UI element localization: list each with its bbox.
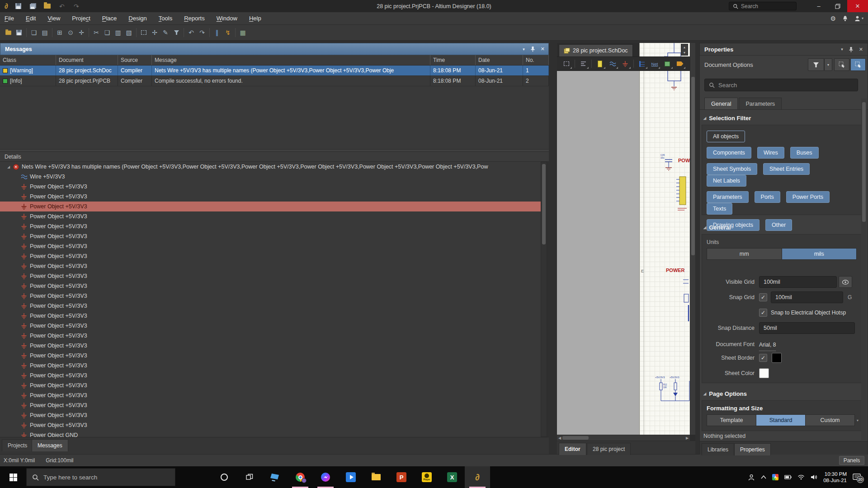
- details-item-row[interactable]: Power Object +5V/3V3: [0, 351, 541, 361]
- mode-custom-button[interactable]: Custom: [806, 415, 854, 426]
- editor-hscroll-thumb[interactable]: [562, 436, 589, 440]
- cross-probe-icon[interactable]: ✛: [76, 27, 87, 38]
- save-icon[interactable]: [14, 3, 23, 10]
- task-view-taskbar-icon[interactable]: [237, 466, 262, 488]
- wifi-icon[interactable]: [797, 474, 805, 480]
- settings-gear-icon[interactable]: ⚙: [830, 15, 836, 22]
- units-mils-button[interactable]: mils: [782, 249, 857, 259]
- edit-icon[interactable]: ✎: [160, 27, 171, 38]
- grid-settings-icon[interactable]: ▦: [237, 27, 248, 38]
- tab-messages[interactable]: Messages: [32, 439, 68, 451]
- selection-tool[interactable]: [561, 58, 572, 69]
- panels-button[interactable]: Panels: [839, 456, 864, 465]
- cortana-taskbar-icon[interactable]: [212, 466, 237, 488]
- titlebar-search-input[interactable]: Search: [729, 2, 797, 10]
- editor-canvas-background[interactable]: [557, 71, 639, 435]
- place-wire-tool[interactable]: [607, 58, 618, 69]
- details-item-row[interactable]: Power Object +5V/3V3: [0, 400, 541, 410]
- panel-close-icon[interactable]: ✕: [541, 46, 545, 52]
- battery-icon[interactable]: [784, 475, 792, 479]
- editor-vscroll-thumb[interactable]: [691, 77, 695, 255]
- snap-hotspot-checkbox[interactable]: ✓: [759, 309, 767, 317]
- details-scrollbar[interactable]: [541, 162, 547, 437]
- snap-grid-checkbox[interactable]: ✓: [759, 293, 767, 301]
- place-power-port-tool[interactable]: [619, 58, 631, 69]
- altium-taskbar-icon[interactable]: ∂: [465, 466, 490, 488]
- mode-template-button[interactable]: Template: [707, 415, 756, 426]
- undo-icon[interactable]: ↶: [186, 27, 197, 38]
- message-row[interactable]: [Info]28 pic project.PrjPCBCompilerCompi…: [0, 76, 549, 86]
- filter-parameters-button[interactable]: Parameters: [707, 191, 749, 203]
- snap-grid-input[interactable]: 100mil: [771, 291, 843, 303]
- close-button[interactable]: ✕: [847, 0, 868, 12]
- redo-icon[interactable]: ↷: [197, 27, 208, 38]
- panel-pin-icon[interactable]: [530, 46, 535, 52]
- tree-collapse-icon[interactable]: ◢: [5, 165, 12, 169]
- tab-libraries[interactable]: Libraries: [702, 443, 734, 455]
- details-item-row[interactable]: Power Object +5V/3V3: [0, 251, 541, 261]
- details-item-row[interactable]: Power Object +5V/3V3: [0, 192, 541, 202]
- open-folder-icon[interactable]: [43, 3, 52, 10]
- select-outside-button[interactable]: [834, 58, 849, 71]
- editor-vertical-scrollbar[interactable]: [690, 43, 695, 435]
- menu-tools[interactable]: Tools: [159, 15, 172, 22]
- copy-document-icon[interactable]: ❏: [28, 27, 39, 38]
- details-item-row[interactable]: Power Object +5V/3V3: [0, 261, 541, 271]
- properties-dropdown-icon[interactable]: ▾: [841, 47, 843, 52]
- properties-scrollbar-thumb[interactable]: [862, 102, 866, 222]
- action-center-icon[interactable]: 20: [853, 474, 861, 481]
- menu-file[interactable]: File: [5, 15, 14, 22]
- column-header-no[interactable]: No.: [523, 55, 549, 65]
- details-item-row[interactable]: Power Object +5V/3V3: [0, 211, 541, 221]
- properties-search-input[interactable]: Search: [704, 79, 858, 91]
- details-item-row[interactable]: Power Object +5V/3V3: [0, 341, 541, 351]
- filter-net-labels-button[interactable]: Net Labels: [707, 175, 746, 187]
- rubber-stamp-icon[interactable]: ▧: [123, 27, 134, 38]
- schematic-sheet[interactable]: E POW C35 10u: [639, 43, 690, 435]
- column-header-date[interactable]: Date: [476, 55, 523, 65]
- details-item-row[interactable]: Power Object +5V/3V3: [0, 182, 541, 192]
- snap-distance-input[interactable]: 50mil: [759, 322, 855, 334]
- menu-window[interactable]: Window: [217, 15, 237, 22]
- open-document-icon[interactable]: [3, 27, 14, 38]
- details-item-row[interactable]: Power Object +5V/3V3: [0, 390, 541, 400]
- tab-scroll-arrows[interactable]: ▲▼: [681, 44, 688, 56]
- message-row[interactable]: [Warning]28 pic project.SchDocCompilerNe…: [0, 66, 549, 76]
- general-section-header[interactable]: ◢ General: [703, 224, 731, 231]
- tab-project-name[interactable]: 28 pic project: [587, 443, 631, 455]
- tray-app-icon[interactable]: A: [772, 474, 778, 480]
- column-header-source[interactable]: Source: [118, 55, 152, 65]
- menu-help[interactable]: Help: [249, 15, 261, 22]
- document-tab[interactable]: 28 pic project.SchDoc: [559, 44, 633, 56]
- details-root-row[interactable]: ◢✕Nets Wire +5V/3V3 has multiple names (…: [0, 162, 541, 172]
- details-item-row[interactable]: Power Object +5V/3V3: [0, 311, 541, 321]
- details-item-row[interactable]: Power Object +5V/3V3: [0, 371, 541, 380]
- details-item-row[interactable]: Power Object +5V/3V3: [0, 221, 541, 231]
- filter-power-ports-button[interactable]: Power Ports: [786, 191, 830, 203]
- details-item-row[interactable]: Power Object +5V/3V3: [0, 231, 541, 241]
- copy-icon[interactable]: ❏: [102, 27, 113, 38]
- filter-texts-button[interactable]: Texts: [707, 203, 732, 215]
- place-bus-tool[interactable]: [636, 58, 648, 69]
- taskbar-clock[interactable]: 10:30 PM 08-Jun-21: [823, 471, 847, 483]
- properties-close-icon[interactable]: ✕: [859, 47, 863, 52]
- cut-icon[interactable]: ✂: [91, 27, 102, 38]
- details-item-row[interactable]: Power Object +5V/3V3: [0, 301, 541, 311]
- tab-properties[interactable]: Properties: [734, 443, 771, 455]
- volume-icon[interactable]: [811, 474, 817, 480]
- notifications-bell-icon[interactable]: [842, 15, 848, 22]
- details-item-row[interactable]: Power Object +5V/3V3: [0, 241, 541, 251]
- filter-all-objects-button[interactable]: All objects: [707, 131, 745, 142]
- tab-general[interactable]: General: [704, 98, 738, 109]
- filter-wires-button[interactable]: Wires: [757, 147, 784, 159]
- undo-icon[interactable]: ↶: [58, 3, 66, 10]
- run-compile-icon[interactable]: ↯: [222, 27, 233, 38]
- zoom-selected-icon[interactable]: ⊙: [65, 27, 76, 38]
- hscroll-left-arrow[interactable]: ◀: [557, 435, 562, 441]
- tab-parameters[interactable]: Parameters: [739, 98, 782, 109]
- file-explorer-taskbar-icon[interactable]: [363, 466, 389, 488]
- page-options-header[interactable]: ◢ Page Options: [703, 390, 747, 397]
- details-item-row[interactable]: Wire +5V/3V3: [0, 172, 541, 182]
- details-item-row[interactable]: Power Object +5V/3V3: [0, 271, 541, 281]
- details-item-row[interactable]: Power Object +5V/3V3: [0, 380, 541, 390]
